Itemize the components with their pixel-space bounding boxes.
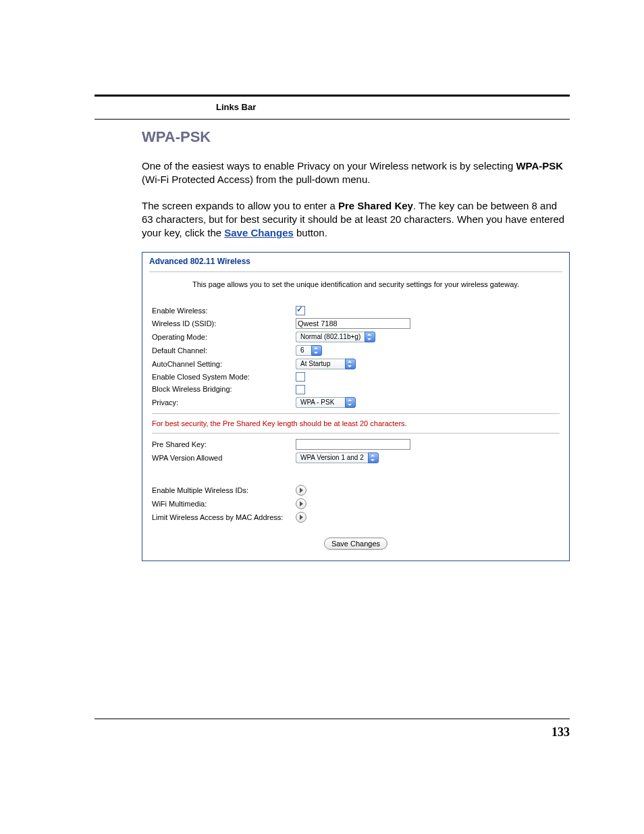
p2-bold: Pre Shared Key bbox=[338, 200, 413, 211]
expand-arrow-icon[interactable] bbox=[296, 512, 306, 523]
privacy-value: WPA - PSK bbox=[296, 397, 345, 408]
intro-paragraph-2: The screen expands to allow you to enter… bbox=[142, 199, 570, 240]
section-heading: WPA-PSK bbox=[142, 128, 570, 146]
ui-title-rule bbox=[149, 271, 562, 272]
p2-text-a: The screen expands to allow you to enter… bbox=[142, 200, 338, 211]
default-channel-label: Default Channel: bbox=[149, 344, 293, 357]
embedded-router-ui: Advanced 802.11 Wireless This page allow… bbox=[142, 252, 570, 561]
links-bar-label: Links Bar bbox=[216, 102, 570, 112]
header-rule-thick bbox=[95, 95, 570, 97]
p1-text-a: One of the easiest ways to enable Privac… bbox=[142, 160, 516, 172]
default-channel-select[interactable]: 6 bbox=[296, 345, 322, 356]
enable-wireless-label: Enable Wireless: bbox=[149, 305, 293, 317]
operating-mode-value: Normal (802.11b+g) bbox=[296, 332, 365, 342]
closed-system-label: Enable Closed System Mode: bbox=[149, 371, 293, 383]
operating-mode-label: Operating Mode: bbox=[149, 330, 293, 344]
intro-paragraph-1: One of the easiest ways to enable Privac… bbox=[142, 159, 570, 187]
expand-arrow-icon[interactable] bbox=[296, 485, 306, 496]
form-divider bbox=[152, 413, 560, 414]
psk-input[interactable] bbox=[296, 439, 410, 450]
wpa-version-label: WPA Version Allowed bbox=[149, 451, 293, 465]
wpa-version-value: WPA Version 1 and 2 bbox=[296, 452, 368, 463]
enable-wireless-checkbox[interactable] bbox=[296, 306, 305, 315]
psk-warning-text: For best security, the Pre Shared Key le… bbox=[149, 418, 562, 429]
privacy-label: Privacy: bbox=[149, 396, 293, 409]
psk-label: Pre Shared Key: bbox=[149, 438, 293, 451]
ui-panel-title: Advanced 802.11 Wireless bbox=[149, 257, 562, 266]
multi-ids-label: Enable Multiple Wireless IDs: bbox=[149, 484, 293, 497]
autochannel-value: At Startup bbox=[296, 359, 345, 369]
wpa-version-select[interactable]: WPA Version 1 and 2 bbox=[296, 452, 379, 463]
privacy-select[interactable]: WPA - PSK bbox=[296, 397, 356, 408]
dropdown-icon bbox=[368, 452, 379, 463]
ssid-input[interactable] bbox=[296, 318, 410, 329]
wmm-label: WiFi Multimedia: bbox=[149, 497, 293, 511]
expand-arrow-icon[interactable] bbox=[296, 498, 306, 509]
dropdown-icon bbox=[345, 359, 356, 369]
block-bridging-checkbox[interactable] bbox=[296, 385, 305, 394]
closed-system-checkbox[interactable] bbox=[296, 372, 305, 382]
p1-text-c: (Wi-Fi Protected Access) from the pull-d… bbox=[142, 174, 370, 185]
mac-limit-label: Limit Wireless Access by MAC Address: bbox=[149, 511, 293, 524]
p2-text-d: button. bbox=[294, 227, 327, 238]
block-bridging-label: Block Wireless Bridging: bbox=[149, 383, 293, 395]
header-rule-thin bbox=[95, 119, 570, 120]
form-divider bbox=[152, 433, 560, 434]
dropdown-icon bbox=[345, 397, 356, 408]
page-number: 133 bbox=[552, 725, 570, 739]
save-changes-link[interactable]: Save Changes bbox=[224, 227, 294, 238]
ui-intro-text: This page allows you to set the unique i… bbox=[149, 280, 562, 288]
ssid-label: Wireless ID (SSID): bbox=[149, 317, 293, 330]
autochannel-label: AutoChannel Setting: bbox=[149, 357, 293, 371]
dropdown-icon bbox=[311, 345, 322, 356]
autochannel-select[interactable]: At Startup bbox=[296, 359, 356, 369]
footer-rule bbox=[95, 719, 570, 719]
p1-bold: WPA-PSK bbox=[516, 160, 563, 172]
operating-mode-select[interactable]: Normal (802.11b+g) bbox=[296, 332, 375, 342]
save-changes-button[interactable]: Save Changes bbox=[324, 538, 387, 550]
dropdown-icon bbox=[365, 332, 375, 342]
default-channel-value: 6 bbox=[296, 345, 311, 356]
